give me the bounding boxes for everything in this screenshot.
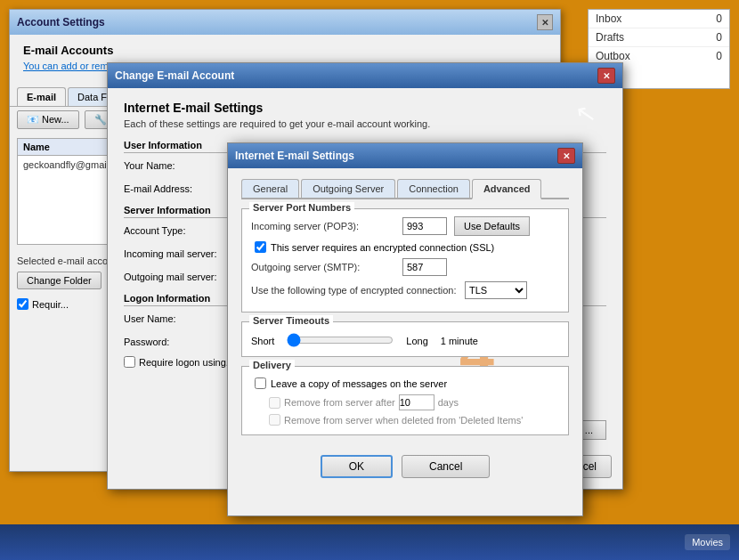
outbox-label: Outbox [596, 50, 630, 62]
outgoing-port-row: Outgoing server (SMTP): [251, 258, 559, 276]
ssl-checkbox-row: This server requires an encrypted connec… [255, 241, 559, 253]
leave-copy-row: Leave a copy of messages on the server [255, 377, 559, 389]
incoming-port-input[interactable] [402, 217, 447, 235]
internet-settings-close-btn[interactable]: ✕ [557, 148, 575, 164]
your-name-label: Your Name: [124, 160, 240, 171]
inbox-count: 0 [716, 12, 722, 25]
require-logon-label: Require logon using... [139, 357, 234, 368]
delivery-label: Delivery [249, 360, 295, 370]
inbox-label: Inbox [596, 12, 621, 25]
inbox-row: Inbox 0 [589, 10, 729, 28]
tab-email[interactable]: E-mail [17, 87, 66, 106]
short-label: Short [251, 336, 274, 346]
leave-copy-label: Leave a copy of messages on the server [271, 378, 447, 389]
internet-settings-content: General Outgoing Server Connection Advan… [228, 168, 582, 446]
outgoing-port-input[interactable] [402, 258, 447, 276]
timeout-value: 1 minute [441, 336, 478, 346]
remove-deleted-row: Remove from server when deleted from 'De… [269, 414, 559, 426]
ssl-label: This server requires an encrypted connec… [271, 242, 494, 253]
internet-settings-dialog: Internet E-mail Settings ✕ General Outgo… [227, 142, 583, 516]
drafts-row: Drafts 0 [589, 28, 729, 47]
remove-after-checkbox [269, 397, 280, 409]
tab-connection[interactable]: Connection [397, 179, 470, 198]
tab-general[interactable]: General [241, 179, 299, 198]
use-defaults-btn[interactable]: Use Defaults [454, 216, 530, 236]
timeout-slider-container [287, 333, 394, 349]
inet-tabs: General Outgoing Server Connection Advan… [241, 179, 569, 199]
remove-after-row: Remove from server after days [269, 394, 559, 410]
delivery-section: Delivery Leave a copy of messages on the… [241, 366, 569, 435]
timeouts-row: Short Long 1 minute [251, 333, 559, 349]
drafts-label: Drafts [596, 31, 624, 44]
long-label: Long [406, 336, 427, 346]
timeout-slider[interactable] [287, 333, 394, 347]
require-checkbox[interactable] [17, 298, 28, 310]
internet-settings-title: Internet E-mail Settings [235, 150, 354, 162]
remove-after-days-input[interactable] [399, 394, 434, 410]
encrypt-select[interactable]: None SSL TLS Auto [465, 281, 527, 299]
account-settings-title: Account Settings [17, 16, 105, 28]
remove-deleted-checkbox [269, 414, 280, 426]
new-account-btn[interactable]: 📧 New... [17, 110, 79, 129]
remove-deleted-label: Remove from server when deleted from 'De… [284, 415, 523, 426]
encrypt-row: Use the following type of encrypted conn… [251, 281, 559, 299]
require-label: Requir... [32, 299, 69, 310]
inet-settings-desc: Each of these settings are required to g… [124, 118, 606, 129]
require-logon-checkbox[interactable] [124, 356, 135, 368]
tab-advanced[interactable]: Advanced [472, 179, 542, 199]
change-email-title: Change E-mail Account [115, 69, 234, 82]
server-port-label: Server Port Numbers [249, 202, 354, 213]
email-addr-label: E-mail Address: [124, 183, 240, 194]
incoming-port-row: Incoming server (POP3): Use Defaults [251, 216, 559, 236]
ssl-checkbox[interactable] [255, 241, 266, 253]
email-accounts-title: E-mail Accounts [23, 44, 547, 57]
change-email-close-btn[interactable]: ✕ [597, 68, 615, 84]
tab-outgoing-server[interactable]: Outgoing Server [301, 179, 395, 198]
remove-after-label: Remove from server after [284, 397, 395, 408]
cancel-btn[interactable]: Cancel [402, 455, 490, 478]
encrypt-label: Use the following type of encrypted conn… [251, 285, 465, 296]
server-port-section: Server Port Numbers Incoming server (POP… [241, 208, 569, 312]
days-label: days [438, 397, 459, 408]
username-label: User Name: [124, 313, 240, 324]
password-label: Password: [124, 337, 240, 347]
account-settings-titlebar: Account Settings ✕ [10, 10, 560, 35]
incoming-port-label: Incoming server (POP3): [251, 221, 402, 231]
delivery-content: Leave a copy of messages on the server R… [251, 377, 559, 426]
internet-settings-titlebar: Internet E-mail Settings ✕ [228, 143, 582, 168]
outgoing-port-label: Outgoing server (SMTP): [251, 262, 402, 272]
outbox-count: 0 [716, 50, 722, 62]
account-settings-close-btn[interactable]: ✕ [537, 14, 553, 30]
internet-settings-footer: OK Cancel [228, 446, 582, 487]
change-folder-btn[interactable]: Change Folder [17, 272, 102, 289]
change-email-titlebar: Change E-mail Account ✕ [108, 63, 622, 88]
account-type-label: Account Type: [124, 225, 240, 236]
inet-settings-subtitle: Internet E-mail Settings [124, 101, 606, 115]
incoming-server-label: Incoming mail server: [124, 248, 240, 259]
taskbar: Movies [0, 524, 739, 560]
leave-copy-checkbox[interactable] [255, 377, 266, 389]
drafts-count: 0 [716, 31, 722, 44]
outgoing-server-label: Outgoing mail server: [124, 272, 240, 282]
taskbar-movies: Movies [685, 534, 730, 550]
server-timeouts-section: Server Timeouts Short Long 1 minute [241, 321, 569, 357]
ok-btn[interactable]: OK [321, 455, 393, 478]
timeouts-label: Server Timeouts [249, 315, 333, 326]
